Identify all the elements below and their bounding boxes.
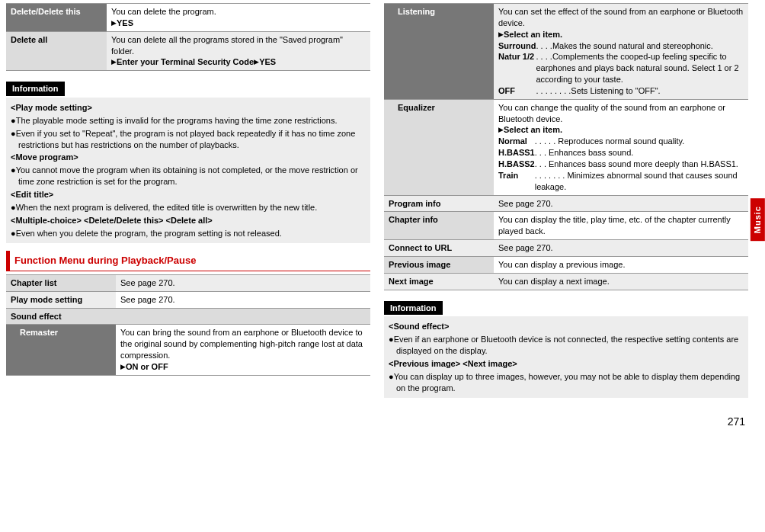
table-row: Remaster You can bring the sound from an… [6, 325, 370, 375]
row-label: Play mode setting [6, 291, 116, 308]
row-desc: You can display the title, play time, et… [494, 212, 748, 240]
row-label: Delete/Delete this [6, 4, 107, 32]
info-heading: <Previous image> <Next image> [389, 358, 744, 370]
row-desc: You can delete the program. YES [107, 4, 370, 32]
table-row: Chapter list See page 270. [6, 274, 370, 291]
info-bullet: ●Even if you set to "Repeat", the progra… [11, 128, 366, 151]
row-label: Connect to URL [384, 240, 494, 257]
information-box: <Sound effect> ●Even if an earphone or B… [384, 316, 748, 398]
table-row: Program info See page 270. [384, 195, 748, 212]
row-label: Next image [384, 273, 494, 290]
section-title: Function Menu during Playback/Pause [6, 251, 370, 271]
info-heading: <Multiple-choice> <Delete/Delete this> <… [11, 215, 366, 226]
table-row: Equalizer You can change the quality of … [384, 99, 748, 195]
table-row: Connect to URL See page 270. [384, 240, 748, 257]
row-desc: You can delete all the programs stored i… [107, 31, 370, 71]
arrow-icon [498, 125, 504, 134]
playback-table: Chapter list See page 270. Play mode set… [6, 274, 370, 376]
info-heading: <Move program> [11, 152, 366, 163]
info-bullet: ●You cannot move the program when its ob… [11, 165, 366, 187]
right-column: Listening You can set the effect of the … [384, 3, 748, 405]
info-bullet: ●Even when you delete the program, the p… [11, 228, 366, 239]
row-desc: You can display a next image. [494, 273, 748, 290]
delete-table: Delete/Delete this You can delete the pr… [6, 3, 370, 71]
row-desc: See page 270. [116, 274, 370, 291]
row-label: Previous image [384, 256, 494, 273]
table-row: Delete/Delete this You can delete the pr… [6, 4, 370, 32]
table-row: Delete all You can delete all the progra… [6, 31, 370, 71]
table-row: Next image You can display a next image. [384, 273, 748, 290]
info-bullet: ●The playable mode setting is invalid fo… [11, 115, 366, 127]
row-label: Equalizer [384, 99, 494, 195]
row-desc: See page 270. [494, 240, 748, 257]
row-desc: You can change the quality of the sound … [494, 99, 748, 195]
row-desc: You can bring the sound from an earphone… [116, 325, 370, 375]
info-bullet: ●Even if an earphone or Bluetooth device… [389, 334, 744, 357]
row-label: Program info [384, 195, 494, 212]
definition-list: Surround. . . .Makes the sound natural a… [498, 40, 744, 97]
table-row: Previous image You can display a previou… [384, 256, 748, 273]
info-bullet: ●When the next program is delivered, the… [11, 202, 366, 213]
row-label: Listening [384, 4, 494, 100]
row-label: Sound effect [6, 308, 370, 325]
row-label: Chapter info [384, 212, 494, 240]
info-heading: <Edit title> [11, 189, 366, 200]
arrow-icon [111, 18, 117, 27]
definition-list: Normal. . . . . Reproduces normal sound … [498, 136, 744, 192]
row-label: Remaster [6, 325, 116, 375]
arrow-icon [498, 30, 504, 39]
arrow-icon [111, 57, 117, 66]
row-desc: See page 270. [494, 195, 748, 212]
row-label: Delete all [6, 31, 107, 71]
page: Delete/Delete this You can delete the pr… [0, 0, 765, 412]
arrow-icon [120, 362, 126, 371]
information-tag: Information [384, 301, 443, 316]
page-number: 271 [0, 412, 765, 434]
table-row: Sound effect [6, 308, 370, 325]
information-tag: Information [6, 82, 65, 96]
table-row: Listening You can set the effect of the … [384, 4, 748, 100]
row-desc: You can set the effect of the sound from… [494, 4, 748, 100]
arrow-icon [254, 57, 259, 66]
table-row: Play mode setting See page 270. [6, 291, 370, 308]
side-tab-music: Music [751, 198, 765, 241]
info-heading: <Play mode setting> [11, 102, 366, 114]
row-label: Chapter list [6, 274, 116, 291]
info-bullet: ●You can display up to three images, how… [389, 371, 744, 394]
left-column: Delete/Delete this You can delete the pr… [6, 3, 370, 405]
info-heading: <Sound effect> [389, 321, 744, 332]
information-box: <Play mode setting> ●The playable mode s… [6, 98, 370, 243]
table-row: Chapter info You can display the title, … [384, 212, 748, 240]
row-desc: You can display a previous image. [494, 256, 748, 273]
row-desc: See page 270. [116, 291, 370, 308]
sound-table: Listening You can set the effect of the … [384, 3, 748, 290]
